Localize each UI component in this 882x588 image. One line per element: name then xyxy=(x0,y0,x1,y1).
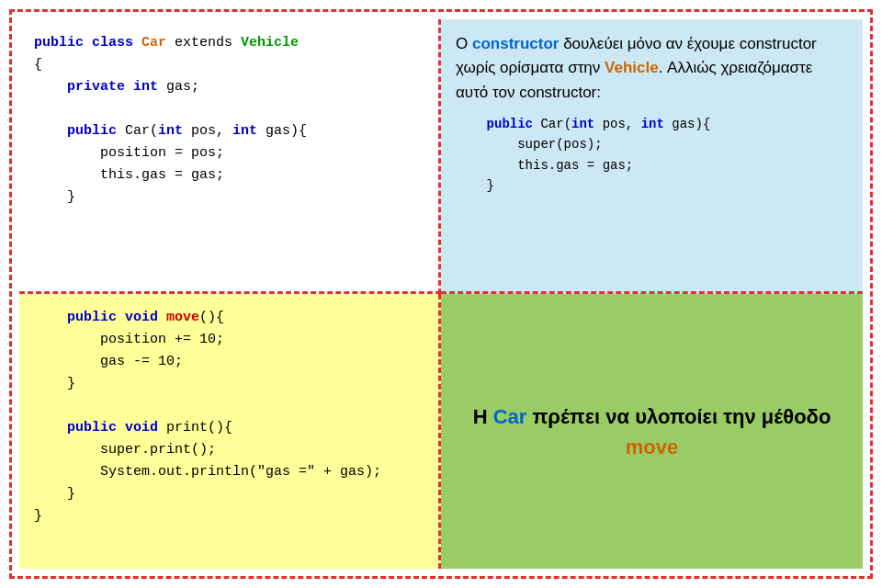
text-prepi: πρέπει να υλοποίει την μέθοδο xyxy=(526,405,831,428)
info-text-top-right: Ο constructor δουλεύει μόνο αν έχουμε co… xyxy=(456,32,848,105)
code-bottom-left: public void move(){ position += 10; gas … xyxy=(34,307,424,527)
bottom-right-text: Η Car πρέπει να υλοποίει την μέθοδο move xyxy=(456,401,848,462)
cell-top-right: Ο constructor δουλεύει μόνο αν έχουμε co… xyxy=(441,19,863,294)
cell-bottom-left: public void move(){ position += 10; gas … xyxy=(19,294,441,569)
text-o: Ο xyxy=(456,35,472,52)
cell-top-left: public class Car extends Vehicle { priva… xyxy=(19,19,441,294)
code-top-right: public Car(int pos, int gas){ super(pos)… xyxy=(456,114,848,197)
highlight-move: move xyxy=(626,435,678,458)
highlight-car: Car xyxy=(493,405,527,428)
highlight-constructor: constructor xyxy=(472,35,559,52)
slide-container: public class Car extends Vehicle { priva… xyxy=(9,9,873,579)
highlight-vehicle: Vehicle xyxy=(605,59,659,76)
code-top-left: public class Car extends Vehicle { priva… xyxy=(34,32,424,209)
text-h: Η xyxy=(473,405,493,428)
cell-bottom-right: Η Car πρέπει να υλοποίει την μέθοδο move xyxy=(441,294,863,569)
